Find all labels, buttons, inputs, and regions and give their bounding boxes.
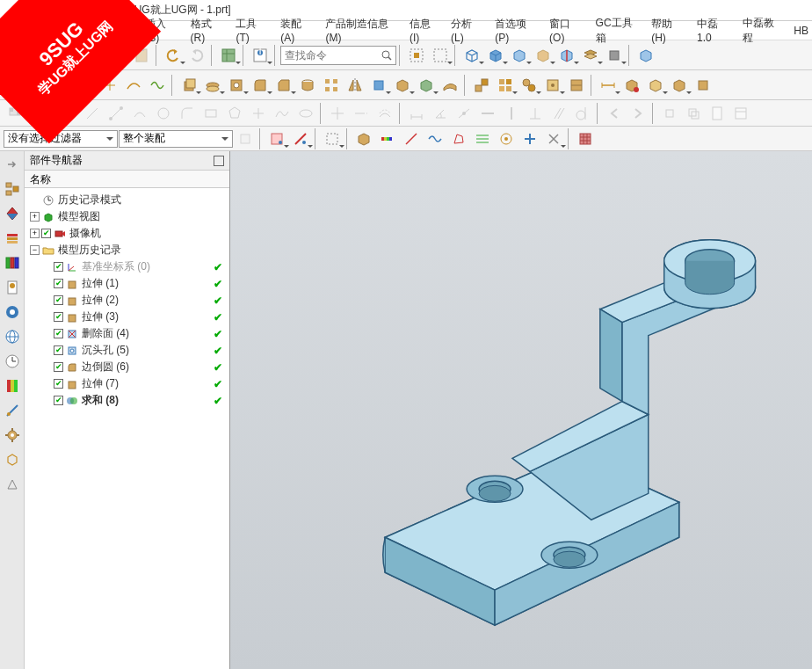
sk-poly-button[interactable]	[223, 102, 246, 125]
sel-plus-button[interactable]	[518, 127, 541, 150]
zoom-button[interactable]	[429, 44, 452, 67]
f1-button[interactable]	[234, 127, 257, 150]
nav-cube-icon[interactable]	[3, 450, 22, 469]
menu-pmi[interactable]: 产品制造信息(M)	[322, 15, 398, 46]
nav-color-icon[interactable]	[3, 376, 22, 396]
sel-rainbow-button[interactable]	[376, 127, 399, 150]
redo-button[interactable]	[185, 44, 208, 67]
extrude-button[interactable]	[178, 74, 200, 97]
fillet-button[interactable]	[249, 74, 272, 97]
sel-edge-button[interactable]	[289, 127, 312, 150]
con-perp-button[interactable]	[524, 102, 547, 125]
section-button[interactable]	[555, 44, 578, 67]
menu-info[interactable]: 信息(I)	[406, 15, 440, 46]
nav-book-icon[interactable]	[3, 253, 22, 273]
collapse-icon[interactable]: −	[30, 245, 40, 255]
checkbox-icon[interactable]	[54, 362, 63, 372]
expand-icon[interactable]: +	[30, 212, 40, 222]
tree-unite[interactable]: 求和 (8) ✔	[26, 392, 228, 409]
nav-doc-icon[interactable]	[3, 278, 22, 297]
tree-history[interactable]: − 模型历史记录	[26, 242, 228, 258]
command-search[interactable]	[280, 46, 396, 65]
mirror-button[interactable]	[344, 74, 366, 97]
meas1-button[interactable]	[597, 74, 620, 97]
tree-delete-face[interactable]: 删除面 (4) ✔	[26, 325, 228, 342]
blue-cube-button[interactable]	[367, 74, 390, 97]
meas5-button[interactable]	[692, 74, 714, 97]
nav-globe-icon[interactable]	[3, 327, 22, 346]
selection-filter-combo[interactable]: 没有选择过滤器	[4, 130, 118, 148]
checkbox-icon[interactable]	[41, 229, 51, 238]
small-rect1-button[interactable]	[658, 102, 681, 125]
tree-extrude-1[interactable]: 拉伸 (1) ✔	[26, 275, 228, 292]
sel-grid-button[interactable]	[574, 127, 597, 150]
menu-format[interactable]: 格式(R)	[187, 15, 226, 46]
con-par-button[interactable]	[547, 102, 570, 125]
con-tan-button[interactable]	[571, 102, 594, 125]
sel-box-button[interactable]	[321, 127, 344, 150]
sk-ellipse-button[interactable]	[294, 102, 317, 125]
curve1-button[interactable]	[122, 74, 145, 97]
tree-counterbore[interactable]: 沉头孔 (5) ✔	[26, 342, 228, 359]
menu-gc[interactable]: GC工具箱	[592, 14, 642, 47]
offset-button[interactable]	[373, 102, 396, 125]
pin-icon[interactable]	[214, 156, 224, 166]
menu-zl1[interactable]: 中磊1.0	[693, 15, 732, 46]
nav-tri-icon[interactable]	[3, 475, 22, 494]
sel-wave-button[interactable]	[424, 127, 446, 150]
cube-shadedwire-button[interactable]	[508, 44, 531, 67]
assembly-scope-combo[interactable]: 整个装配	[119, 130, 233, 148]
dim-ang-button[interactable]	[429, 102, 452, 125]
sk-arc-button[interactable]	[128, 102, 151, 125]
shell-button[interactable]	[296, 74, 319, 97]
sel-line-button[interactable]	[400, 127, 423, 150]
command-search-input[interactable]	[281, 49, 378, 62]
curve2-button[interactable]	[146, 74, 169, 97]
small-doc-button[interactable]	[706, 102, 729, 125]
nav-measure-icon[interactable]	[3, 401, 22, 420]
sk-fillet-button[interactable]	[176, 102, 199, 125]
sel-cross-button[interactable]	[542, 127, 565, 150]
menu-zltut[interactable]: 中磊教程	[739, 14, 783, 47]
nav-kite-icon[interactable]	[3, 204, 22, 223]
assy5-button[interactable]	[565, 74, 588, 97]
checkbox-icon[interactable]	[54, 279, 63, 288]
sel-target-button[interactable]	[495, 127, 518, 150]
checkbox-icon[interactable]	[54, 379, 63, 389]
checkbox-icon[interactable]	[54, 262, 63, 272]
extend-button[interactable]	[350, 102, 373, 125]
cube-shaded-button[interactable]	[484, 44, 507, 67]
assy2-button[interactable]	[494, 74, 517, 97]
sel-lines-button[interactable]	[471, 127, 494, 150]
con-coinc-button[interactable]	[453, 102, 475, 125]
dim-button[interactable]	[405, 102, 428, 125]
sel-body-button[interactable]	[352, 127, 375, 150]
sk-spline-button[interactable]	[271, 102, 294, 125]
nav-clock-icon[interactable]	[3, 352, 22, 371]
menu-assembly[interactable]: 装配(A)	[277, 15, 315, 46]
pattern-button[interactable]	[320, 74, 343, 97]
search-icon[interactable]	[378, 49, 395, 62]
gray-cube-button[interactable]	[603, 44, 626, 67]
hole-button[interactable]	[225, 74, 248, 97]
sheet-button[interactable]	[217, 44, 240, 67]
meas3-button[interactable]	[644, 74, 667, 97]
nav-arrow-icon[interactable]	[3, 155, 22, 174]
tree-extrude-3[interactable]: 拉伸 (3) ✔	[26, 309, 228, 325]
assy4-button[interactable]	[541, 74, 564, 97]
sk-line2-button[interactable]	[105, 102, 127, 125]
menu-analysis[interactable]: 分析(L)	[447, 15, 484, 46]
surface1-button[interactable]	[439, 74, 461, 97]
checkbox-icon[interactable]	[54, 312, 63, 322]
small-cal-button[interactable]	[729, 102, 752, 125]
green-cube-button[interactable]	[415, 74, 438, 97]
nav-info-icon[interactable]	[3, 302, 22, 322]
arr-right-button[interactable]	[627, 102, 649, 125]
sk-rect-button[interactable]	[199, 102, 222, 125]
meas2-button[interactable]	[620, 74, 643, 97]
nav-layer-icon[interactable]	[3, 229, 22, 248]
fit-button[interactable]	[405, 44, 428, 67]
menu-window[interactable]: 窗口(O)	[546, 15, 584, 46]
sel-face-button[interactable]	[265, 127, 288, 150]
tree-edge-blend[interactable]: 边倒圆 (6) ✔	[26, 359, 228, 375]
